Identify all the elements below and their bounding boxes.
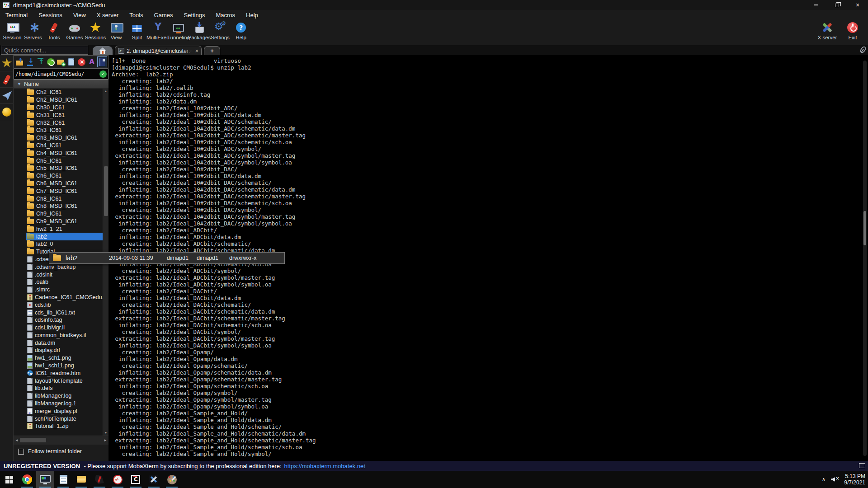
file-row[interactable]: Cadence_IC61_CMOSedu.zip [26,294,103,301]
help-toolbar-button[interactable]: Help [231,21,251,44]
file-row[interactable]: Ch9_IC61 [26,210,103,218]
file-row[interactable]: lab2_0 [26,240,103,248]
file-row[interactable]: hw1_sch1.png [26,354,103,362]
quick-connect-input[interactable] [1,46,88,55]
file-row[interactable]: layoutPlotTemplate [26,377,103,385]
tools-toolbar-button[interactable]: Tools [43,21,64,44]
x server-toolbar-button[interactable]: X server [815,21,840,44]
new-file-button[interactable] [66,56,76,67]
chrome-taskbar-button[interactable] [18,471,36,488]
scroll-left-icon[interactable]: ◄ [15,438,19,442]
file-row[interactable]: Ch30_IC61 [26,104,103,112]
current-path-input[interactable] [15,71,99,77]
file-row[interactable]: Ch8_MSD_IC61 [26,202,103,210]
file-row[interactable]: Ch4_MSD_IC61 [26,149,103,157]
windows-start-taskbar-button[interactable] [0,471,18,488]
new-tab-button[interactable]: + [204,46,220,55]
mobaxterm-taskbar-button[interactable] [36,471,54,488]
file-row[interactable]: Ch7_MSD_IC61 [26,187,103,195]
file-row[interactable]: lib.defs [26,385,103,392]
file-row[interactable]: Tutorial_1.zip [26,422,103,430]
close-button[interactable]: × [847,0,868,10]
new-folder-button[interactable] [56,56,66,67]
active-session-tab[interactable]: 2. dimapd1@csimcluster:~/CMOSedu × [115,46,202,55]
file-row[interactable]: Ch8_IC61 [26,195,103,202]
name-column-header[interactable]: ▼ Name [14,80,108,89]
file-row[interactable]: IC61_readme.htm [26,369,103,377]
tab-close-icon[interactable]: × [195,48,198,54]
menu-item-tools[interactable]: Tools [129,12,143,19]
file-row[interactable]: Ch5_IC61 [26,157,103,164]
file-row[interactable]: Ch31_IC61 [26,111,103,119]
packages-toolbar-button[interactable]: Packages [189,21,210,44]
file-explorer-taskbar-button[interactable] [72,471,90,488]
hscrollbar-thumb[interactable] [20,438,46,442]
red-scissors-taskbar-button[interactable] [108,471,127,488]
home-tab[interactable] [93,46,113,55]
file-row[interactable]: merge_display.pl [26,407,103,415]
scroll-down-icon[interactable]: ▼ [104,430,108,436]
file-row[interactable]: Ch3_MSD_IC61 [26,134,103,142]
file-row[interactable]: cds_lib_IC61.txt [26,309,103,316]
file-row[interactable]: cdsinfo.tag [26,316,103,324]
paint-palette-taskbar-button[interactable] [163,471,181,488]
menu-item-games[interactable]: Games [154,12,173,19]
menu-item-macros[interactable]: Macros [216,12,235,19]
session-toolbar-button[interactable]: Session [2,21,23,44]
view-toolbar-button[interactable]: View [106,21,127,44]
scroll-right-icon[interactable]: ► [104,438,107,442]
settings-toolbar-button[interactable]: Settings [210,21,231,44]
file-row[interactable]: Ch6_MSD_IC61 [26,180,103,188]
terminal-scrollbar[interactable] [863,61,867,456]
sessions-toolbar-button[interactable]: Sessions [85,21,106,44]
go-to-path-button[interactable] [99,70,107,78]
file-row[interactable]: display.drf [26,347,103,354]
macros-plane-strip-button[interactable] [0,88,14,104]
file-row[interactable]: .cdsenv_backup [26,263,103,271]
menu-item-settings[interactable]: Settings [184,12,205,19]
file-row-selected[interactable]: lab2 [26,233,103,240]
file-row[interactable]: hw1_sch11.png [26,362,103,370]
menu-item-help[interactable]: Help [246,12,258,19]
rename-button[interactable] [87,56,97,67]
follow-terminal-folder-row[interactable]: Follow terminal folder [18,448,82,455]
file-row[interactable]: Ch4_IC61 [26,142,103,150]
parent-folder-button[interactable] [15,56,25,67]
delete-button[interactable] [77,56,87,67]
red-black-badge-taskbar-button[interactable] [90,471,108,488]
menu-item-x-server[interactable]: X server [97,12,118,19]
multiexec-toolbar-button[interactable]: MultiExec [147,21,168,44]
menu-item-sessions[interactable]: Sessions [38,12,62,19]
games-ball-strip-button[interactable] [0,104,14,120]
scrollbar-thumb[interactable] [104,166,108,216]
tools-knife-strip-button[interactable] [0,71,14,88]
file-row[interactable]: Ch2_IC61 [26,89,103,96]
file-row[interactable]: data.dm [26,339,103,347]
mobatek-link[interactable]: https://mobaxterm.mobatek.net [284,463,365,469]
file-row[interactable]: Ch5_MSD_IC61 [26,164,103,172]
exit-toolbar-button[interactable]: Exit [840,21,865,44]
speaker-muted-icon[interactable] [831,476,839,483]
refresh-button[interactable] [46,56,56,67]
file-row[interactable]: .oalib [26,278,103,286]
split-toolbar-button[interactable]: Split [127,21,147,44]
file-row[interactable]: Ch9_MSD_IC61 [26,218,103,225]
file-row[interactable]: common_bindkeys.il [26,332,103,339]
servers-toolbar-button[interactable]: Servers [23,21,43,44]
minimize-button[interactable] [806,0,826,10]
file-row[interactable]: cdsLibMgr.il [26,324,103,332]
file-row[interactable]: hw2_1_21 [26,225,103,233]
file-row[interactable]: Ch32_IC61 [26,119,103,127]
black-c-taskbar-button[interactable] [127,471,145,488]
restore-button[interactable] [826,0,847,10]
tunneling-toolbar-button[interactable]: Tunneling [168,21,189,44]
file-browser-button[interactable] [97,56,107,67]
file-row[interactable]: .cdsinit [26,271,103,278]
scroll-up-icon[interactable]: ▲ [104,89,108,94]
x-logo-taskbar-button[interactable] [145,471,163,488]
taskbar-clock[interactable]: 5:13 PM 9/7/2021 [844,473,865,486]
file-row[interactable]: libManager.log [26,392,103,400]
menu-item-terminal[interactable]: Terminal [5,12,28,19]
file-row[interactable]: Ch6_IC61 [26,172,103,180]
attachments-paperclip-icon[interactable] [859,46,867,54]
